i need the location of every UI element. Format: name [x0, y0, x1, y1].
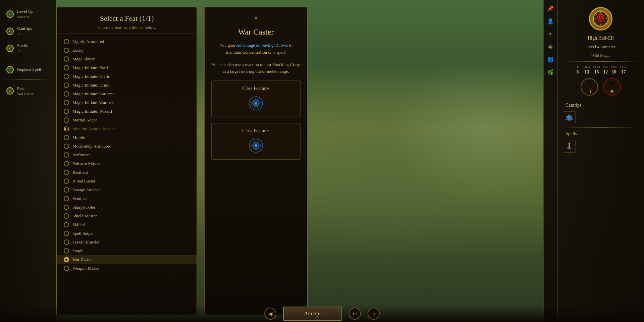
detail-panel: ✦ War Caster You gain Advantage on Savin… — [204, 7, 308, 315]
feat-radio-lucky — [64, 48, 69, 53]
feat-list-item-magic_initiate_druid[interactable]: Magic Initiate: Druid — [57, 81, 197, 90]
feat-list-item-martial_adept[interactable]: Martial Adept — [57, 116, 197, 124]
spell-item-1[interactable]: II — [563, 140, 576, 153]
feat-name-magic_initiate_cleric: Magic Initiate: Cleric — [72, 74, 110, 79]
feat-name-magic_initiate_druid: Magic Initiate: Druid — [72, 83, 109, 88]
redo-icon: ↪ — [371, 311, 376, 317]
feat-name-performer: Performer — [72, 152, 90, 158]
feat-name-lightly_armoured: Lightly Armoured — [72, 39, 104, 44]
sidebar-item-spells[interactable]: ✓ Spells 1/1 — [5, 41, 51, 55]
feat-radio-war_caster — [64, 257, 69, 262]
svg-rect-21 — [567, 148, 571, 149]
sidebar-item-replace-spell[interactable]: ✓ Replace Spell — [5, 64, 51, 75]
stat-dex-value: 13 — [585, 69, 589, 75]
char-icon-pin[interactable]: 📌 — [545, 3, 555, 13]
feat-list-item-magic_initiate_cleric[interactable]: Magic Initiate: Cleric — [57, 72, 197, 81]
back-button[interactable]: ◀ — [264, 308, 276, 320]
bottom-bar: ◀ Accept ↩ ↪ — [0, 305, 644, 322]
redo-button[interactable]: ↪ — [368, 308, 380, 320]
feat-list-item-tavern_brawler[interactable]: Tavern Brawler — [57, 238, 197, 247]
sidebar-item-level-up[interactable]: ✓ Level Up Sorcerer — [5, 7, 51, 21]
feat-list-item-mobile[interactable]: Mobile — [57, 133, 197, 142]
detail-ornament-top: ✦ — [253, 14, 259, 22]
feat-list-item-medium_armour_master[interactable]: 🔒Medium Armour Master — [57, 124, 197, 133]
feat-list-item-lucky[interactable]: Lucky — [57, 46, 197, 55]
stat-cha-value: 17 — [621, 69, 626, 75]
feat-radio-medium_armour_master: 🔒 — [64, 126, 69, 131]
undo-button[interactable]: ↩ — [349, 308, 361, 320]
feat-name-weapon_master: Weapon Master — [72, 266, 100, 271]
undo-icon: ↩ — [353, 311, 357, 317]
hit-points-value: 40 — [610, 89, 614, 94]
sidebar-item-feat[interactable]: ✓ Feat War Caster — [5, 84, 51, 98]
sidebar-replace-spell-label: Replace Spell — [17, 67, 41, 72]
feat-radio-sharpshooter — [64, 205, 69, 210]
feat-list-item-shield_master[interactable]: Shield Master — [57, 212, 197, 220]
hit-points-box: ♥ 40 — [603, 78, 621, 96]
sidebar-spells-sub: 1/1 — [17, 49, 28, 53]
feat-list-item-weapon_master[interactable]: Weapon Master — [57, 264, 197, 273]
class-feature-label-1: Class Features — [242, 86, 269, 91]
feat-radio-moderately_armoured — [64, 144, 69, 149]
feat-radio-polearm_master — [64, 161, 69, 166]
char-class: Level 4 Sorcerer — [586, 44, 615, 50]
desc-highlight1: Advantage on Saving Throws — [236, 43, 288, 48]
sidebar-cantrips-sub: 1/1 — [17, 32, 32, 36]
stat-wis-value: 10 — [612, 69, 616, 75]
char-divider-2 — [563, 99, 639, 99]
feat-list-item-skilled[interactable]: Skilled — [57, 220, 197, 229]
char-icon-person[interactable]: 👤 — [545, 16, 555, 26]
stat-str: STR 8 — [575, 65, 581, 75]
sidebar-item-cantrips[interactable]: ✓ Cantrips 1/1 — [5, 24, 51, 38]
cantrips-grid — [563, 111, 639, 124]
feat-name-martial_adept: Martial Adept — [72, 117, 97, 123]
feat-radio-tavern_brawler — [64, 239, 69, 245]
feat-name-spell_sniper: Spell Sniper — [72, 231, 94, 236]
char-icon-flame[interactable]: 🌀 — [545, 54, 555, 64]
feat-list-item-magic_initiate_sorcerer[interactable]: Magic Initiate: Sorcerer — [57, 90, 197, 98]
armor-class-value: +1 — [587, 89, 592, 94]
feat-list-item-sharpshooter[interactable]: Sharpshooter — [57, 203, 197, 212]
desc-part3: on a spell. — [267, 50, 286, 55]
feat-name-shield_master: Shield Master — [72, 213, 97, 219]
hp-icon: ♥ — [610, 80, 614, 87]
feat-name-magic_initiate_bard: Magic Initiate: Bard — [72, 65, 108, 70]
feat-list-item-ritual_caster[interactable]: Ritual Caster — [57, 177, 197, 185]
sidebar-spells-label: Spells — [17, 43, 28, 49]
feat-list-item-lightly_armoured[interactable]: Lightly Armoured — [57, 37, 197, 46]
char-sidebar-icons: 📌 👤 ✦ ◉ 🌀 🌿 — [543, 0, 557, 322]
feat-list-item-war_caster[interactable]: War Caster — [57, 255, 197, 264]
feat-name-resilient: Resilient — [72, 170, 88, 175]
class-feature-box-2[interactable]: Class Features — [211, 123, 301, 160]
stat-con: CON 15 — [593, 65, 600, 75]
feat-list-item-mage_slayer[interactable]: Mage Slayer — [57, 55, 197, 63]
feat-list-item-spell_sniper[interactable]: Spell Sniper — [57, 229, 197, 238]
feat-radio-lightly_armoured — [64, 39, 69, 44]
feat-list-item-polearm_master[interactable]: Polearm Master — [57, 159, 197, 168]
svg-point-19 — [601, 16, 603, 18]
feat-list-item-sentinel[interactable]: Sentinel — [57, 194, 197, 203]
char-icon-star[interactable]: ✦ — [545, 29, 555, 39]
feat-list-item-savage_attacker[interactable]: Savage Attacker — [57, 185, 197, 194]
feat-list: Lightly ArmouredLuckyMage SlayerMagic In… — [57, 34, 197, 311]
feat-list-item-tough[interactable]: Tough — [57, 247, 197, 255]
feat-list-item-resilient[interactable]: Resilient — [57, 168, 197, 177]
emblem-symbol — [589, 7, 612, 31]
char-icon-eye[interactable]: ◉ — [545, 42, 555, 52]
cantrip-item-1[interactable] — [563, 111, 576, 124]
feat-name-savage_attacker: Savage Attacker — [72, 187, 101, 193]
sidebar-feat-label: Feat — [17, 86, 34, 92]
feat-list-item-moderately_armoured[interactable]: Moderately Armoured — [57, 142, 197, 151]
feat-list-item-magic_initiate_warlock[interactable]: Magic Initiate: Warlock — [57, 98, 197, 107]
char-vitals: 🛡 +1 ♥ 40 — [581, 78, 621, 96]
feat-list-item-performer[interactable]: Performer — [57, 151, 197, 159]
char-icon-book[interactable]: 🌿 — [545, 67, 555, 77]
char-race: High Half-Elf — [588, 36, 614, 41]
feat-list-item-magic_initiate_wizard[interactable]: Magic Initiate: Wizard — [57, 107, 197, 116]
feat-list-item-magic_initiate_bard[interactable]: Magic Initiate: Bard — [57, 63, 197, 72]
feat-name-war_caster: War Caster — [72, 257, 92, 262]
accept-button[interactable]: Accept — [283, 307, 342, 321]
char-subclass: Wild Magic — [591, 53, 610, 58]
sidebar-divider — [5, 60, 51, 60]
class-feature-box-1[interactable]: Class Features — [211, 80, 301, 117]
